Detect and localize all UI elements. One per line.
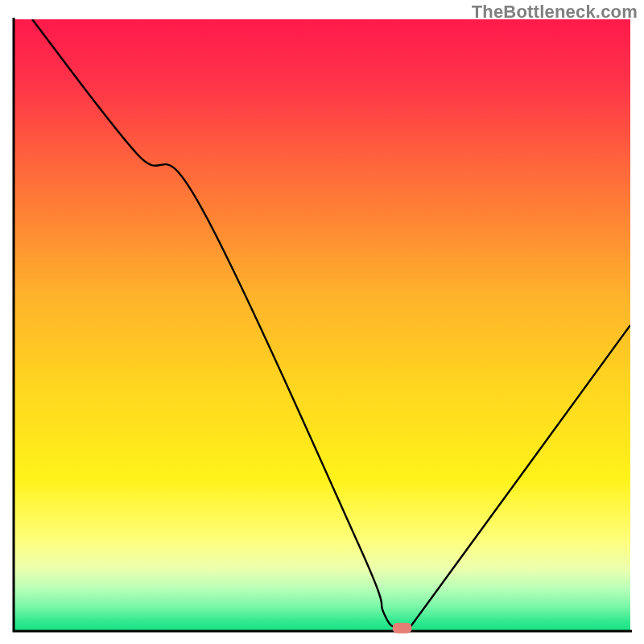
optimal-marker [393, 623, 412, 634]
chart-frame: TheBottleneck.com [0, 0, 644, 644]
plot-background [14, 19, 630, 631]
bottleneck-chart [0, 0, 644, 644]
watermark-text: TheBottleneck.com [472, 2, 638, 23]
